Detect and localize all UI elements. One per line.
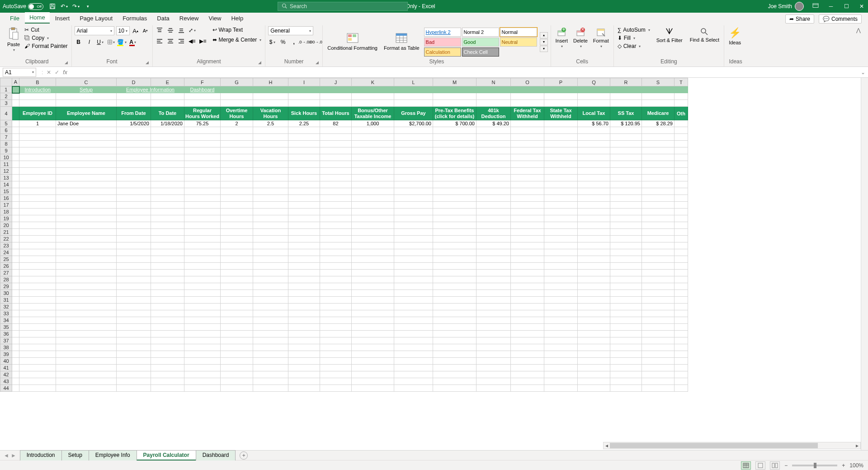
cell[interactable]: [184, 351, 220, 358]
cell[interactable]: [394, 290, 433, 297]
cell[interactable]: [351, 351, 394, 358]
cell[interactable]: [433, 317, 476, 324]
cell[interactable]: [433, 365, 476, 371]
cell[interactable]: [394, 351, 433, 358]
cell[interactable]: [544, 181, 577, 188]
cell[interactable]: [642, 317, 674, 324]
cell[interactable]: [610, 202, 642, 209]
cell[interactable]: [510, 154, 544, 161]
cell[interactable]: [351, 175, 394, 181]
cell[interactable]: [476, 175, 510, 181]
cell[interactable]: [288, 283, 320, 290]
cell[interactable]: [510, 236, 544, 242]
cell[interactable]: [220, 100, 253, 107]
cell[interactable]: [220, 93, 253, 100]
cell[interactable]: [394, 209, 433, 215]
cell[interactable]: [12, 304, 19, 310]
cell[interactable]: [476, 304, 510, 310]
hscroll-right-icon[interactable]: ▸: [854, 442, 860, 449]
cell[interactable]: [288, 371, 320, 378]
cell[interactable]: [510, 86, 544, 93]
cut-button[interactable]: ✂Cut: [24, 26, 68, 33]
cell[interactable]: [184, 317, 220, 324]
cell[interactable]: [642, 276, 674, 283]
cell[interactable]: [610, 236, 642, 242]
cell[interactable]: [544, 270, 577, 276]
cell[interactable]: [288, 141, 320, 147]
cell[interactable]: [642, 378, 674, 385]
cell[interactable]: [19, 317, 56, 324]
cell[interactable]: [610, 215, 642, 222]
cell[interactable]: [674, 127, 688, 134]
cell[interactable]: [320, 141, 351, 147]
cell[interactable]: [642, 134, 674, 141]
styles-scroll-up[interactable]: ▴: [540, 32, 548, 38]
style-cell[interactable]: Calculation: [424, 47, 461, 57]
cell[interactable]: [19, 222, 56, 229]
cell[interactable]: [394, 86, 433, 93]
cell[interactable]: [394, 317, 433, 324]
cell[interactable]: [394, 161, 433, 168]
cell[interactable]: [674, 86, 688, 93]
cell[interactable]: [394, 276, 433, 283]
cell[interactable]: [433, 344, 476, 351]
cell[interactable]: [351, 378, 394, 385]
cell[interactable]: [674, 229, 688, 236]
column-header[interactable]: D: [116, 78, 151, 86]
cell[interactable]: [19, 134, 56, 141]
cell[interactable]: [476, 127, 510, 134]
cell[interactable]: [476, 331, 510, 337]
cell[interactable]: [116, 229, 151, 236]
cell[interactable]: [610, 229, 642, 236]
cell[interactable]: [288, 134, 320, 141]
cell[interactable]: [288, 202, 320, 209]
cell[interactable]: [12, 222, 19, 229]
cell[interactable]: [433, 324, 476, 331]
cell[interactable]: [19, 249, 56, 256]
row-header[interactable]: 1: [0, 86, 12, 93]
cell[interactable]: [510, 134, 544, 141]
cell[interactable]: [116, 276, 151, 283]
cell[interactable]: [544, 188, 577, 195]
cell[interactable]: [394, 283, 433, 290]
cell[interactable]: [220, 358, 253, 365]
cell[interactable]: [116, 249, 151, 256]
cell[interactable]: [320, 256, 351, 263]
cell[interactable]: [544, 236, 577, 242]
row-header[interactable]: 15: [0, 188, 12, 195]
cell[interactable]: [19, 351, 56, 358]
cell[interactable]: [510, 175, 544, 181]
cell[interactable]: [220, 141, 253, 147]
cell[interactable]: [151, 290, 184, 297]
insert-cells-button[interactable]: +Insert▾: [554, 26, 570, 49]
cell[interactable]: [674, 249, 688, 256]
cell[interactable]: [351, 168, 394, 175]
cell[interactable]: [610, 337, 642, 344]
cell[interactable]: [476, 168, 510, 175]
cell[interactable]: [220, 86, 253, 93]
cell[interactable]: [433, 385, 476, 392]
cell[interactable]: [476, 297, 510, 304]
cell[interactable]: [577, 209, 610, 215]
cell[interactable]: [220, 168, 253, 175]
cell[interactable]: [544, 209, 577, 215]
column-header[interactable]: C: [56, 78, 116, 86]
cell[interactable]: [151, 337, 184, 344]
cell[interactable]: [184, 276, 220, 283]
cell[interactable]: [642, 270, 674, 276]
cell[interactable]: [220, 181, 253, 188]
cell[interactable]: [476, 371, 510, 378]
row-header[interactable]: 4: [0, 107, 12, 120]
cell[interactable]: [351, 127, 394, 134]
cell[interactable]: [320, 168, 351, 175]
merge-center-button[interactable]: ⬌Merge & Center▾: [212, 36, 263, 43]
cell[interactable]: [116, 337, 151, 344]
cell[interactable]: [476, 358, 510, 365]
cell[interactable]: [151, 188, 184, 195]
cell[interactable]: [116, 290, 151, 297]
cell[interactable]: [642, 181, 674, 188]
cell[interactable]: [433, 337, 476, 344]
border-button[interactable]: ▾: [107, 38, 115, 46]
cell[interactable]: [577, 385, 610, 392]
cell[interactable]: [433, 168, 476, 175]
